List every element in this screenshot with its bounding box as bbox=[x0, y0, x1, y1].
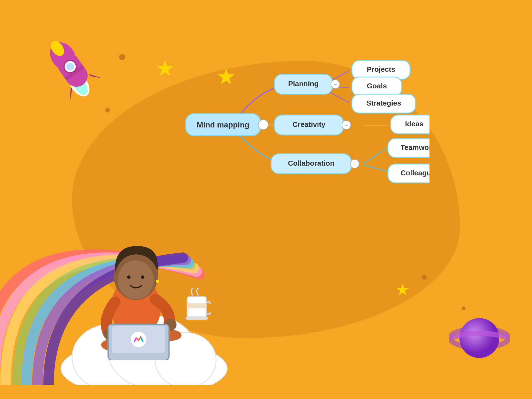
svg-text:Teamwork: Teamwork bbox=[401, 143, 429, 152]
svg-point-15 bbox=[118, 260, 154, 299]
svg-point-16 bbox=[127, 275, 131, 279]
svg-rect-20 bbox=[187, 303, 206, 308]
dot-4 bbox=[462, 306, 466, 310]
planet bbox=[449, 310, 510, 366]
dot-2 bbox=[105, 108, 110, 112]
svg-marker-30 bbox=[89, 69, 102, 83]
svg-text:Planning: Planning bbox=[288, 80, 319, 88]
svg-text:Ideas: Ideas bbox=[405, 120, 424, 128]
svg-text:−: − bbox=[353, 161, 356, 167]
svg-text:Colleagues: Colleagues bbox=[401, 169, 429, 177]
svg-text:−: − bbox=[262, 121, 265, 128]
svg-text:−: − bbox=[345, 122, 348, 128]
svg-text:Projects: Projects bbox=[367, 65, 395, 73]
svg-text:Creativity: Creativity bbox=[293, 120, 326, 129]
svg-text:Goals: Goals bbox=[367, 82, 387, 90]
svg-text:−: − bbox=[334, 81, 337, 88]
svg-text:Collaboration: Collaboration bbox=[288, 159, 334, 167]
coffee-cup bbox=[183, 288, 211, 324]
svg-point-17 bbox=[141, 275, 144, 279]
rocket bbox=[32, 11, 134, 110]
svg-text:Mind mapping: Mind mapping bbox=[197, 121, 249, 129]
svg-text:Strategies: Strategies bbox=[366, 99, 401, 107]
svg-rect-21 bbox=[186, 316, 208, 320]
svg-point-18 bbox=[156, 280, 159, 283]
star-decoration-3: ★ bbox=[395, 280, 410, 299]
svg-point-34 bbox=[459, 318, 499, 358]
dot-3 bbox=[422, 275, 427, 280]
person-illustration bbox=[72, 222, 188, 360]
mindmap-svg: Mind mapping − Planning − Creativity − C… bbox=[139, 28, 429, 222]
